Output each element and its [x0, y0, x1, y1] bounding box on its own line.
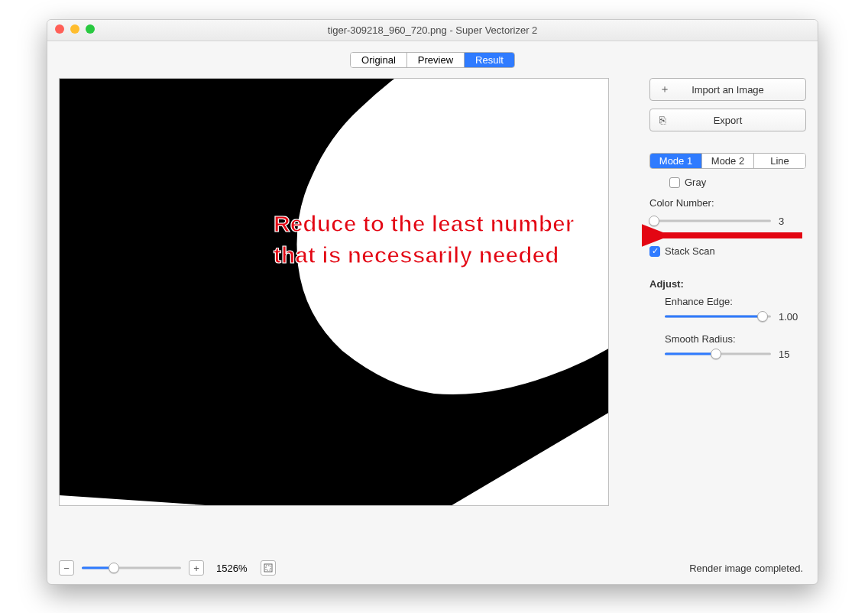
gray-label: Gray: [685, 177, 706, 188]
svg-rect-2: [266, 566, 270, 570]
enhance-edge-value: 1.00: [779, 311, 806, 323]
enhance-edge-label: Enhance Edge:: [665, 296, 806, 307]
color-number-value: 3: [779, 216, 806, 227]
export-icon: ⎘: [659, 114, 666, 126]
export-label: Export: [714, 115, 743, 126]
fit-screen-button[interactable]: [261, 560, 276, 576]
export-button[interactable]: ⎘ Export: [649, 109, 806, 131]
zoom-slider[interactable]: [82, 562, 181, 574]
zoom-out-button[interactable]: −: [59, 560, 74, 576]
window-title: tiger-309218_960_720.png - Super Vectori…: [47, 24, 818, 36]
bottom-bar: − + 1526% Render image completed.: [47, 552, 818, 584]
result-canvas[interactable]: Reduce to the least number that is neces…: [59, 78, 609, 506]
color-number-label: Color Number:: [649, 197, 806, 209]
stack-scan-option[interactable]: ✓ Stack Scan: [649, 245, 806, 257]
maximize-icon[interactable]: [86, 24, 95, 34]
enhance-edge-slider[interactable]: [665, 310, 771, 323]
status-text: Render image completed.: [689, 563, 803, 574]
canvas-area: Reduce to the least number that is neces…: [59, 78, 627, 552]
smooth-radius-label: Smooth Radius:: [665, 333, 806, 345]
tab-mode2[interactable]: Mode 2: [702, 154, 754, 168]
plus-icon: ＋: [659, 83, 670, 96]
tab-original[interactable]: Original: [351, 53, 407, 67]
color-number-slider-row: 3: [649, 215, 806, 227]
stack-scan-checkbox[interactable]: ✓: [649, 246, 660, 257]
adjust-title: Adjust:: [649, 278, 806, 290]
vector-shape: [60, 79, 609, 506]
window-controls: [55, 24, 95, 34]
adjust-section: Adjust: Enhance Edge: 1.00 Smooth Radius…: [649, 274, 806, 371]
minimize-icon[interactable]: [70, 24, 79, 34]
sidebar: ＋ Import an Image ⎘ Export Mode 1 Mode 2…: [649, 78, 806, 552]
color-number-slider[interactable]: [649, 215, 771, 227]
mode-tabs: Mode 1 Mode 2 Line: [649, 153, 806, 169]
zoom-in-button[interactable]: +: [189, 560, 204, 576]
view-tabs: Original Preview Result: [350, 52, 515, 68]
app-window: tiger-309218_960_720.png - Super Vectori…: [47, 19, 818, 585]
gray-checkbox[interactable]: [669, 177, 680, 188]
enhance-edge-slider-row: 1.00: [665, 310, 806, 323]
titlebar: tiger-309218_960_720.png - Super Vectori…: [47, 20, 818, 41]
main-row: Reduce to the least number that is neces…: [47, 78, 818, 552]
fit-icon: [264, 563, 273, 572]
smooth-radius-value: 15: [779, 349, 806, 360]
zoom-value: 1526%: [216, 563, 247, 574]
content-area: Original Preview Result Reduce to the le…: [47, 41, 818, 584]
smooth-radius-slider[interactable]: [665, 348, 771, 360]
close-icon[interactable]: [55, 24, 64, 34]
import-label: Import an Image: [691, 84, 764, 96]
view-tabs-row: Original Preview Result: [47, 41, 818, 78]
gray-option[interactable]: Gray: [669, 177, 806, 188]
tab-mode1[interactable]: Mode 1: [650, 154, 702, 168]
tab-preview[interactable]: Preview: [407, 53, 465, 67]
import-button[interactable]: ＋ Import an Image: [649, 78, 806, 101]
tab-line[interactable]: Line: [754, 154, 805, 168]
stack-scan-label: Stack Scan: [665, 245, 715, 257]
smooth-radius-slider-row: 15: [665, 348, 806, 360]
tab-result[interactable]: Result: [465, 53, 514, 67]
